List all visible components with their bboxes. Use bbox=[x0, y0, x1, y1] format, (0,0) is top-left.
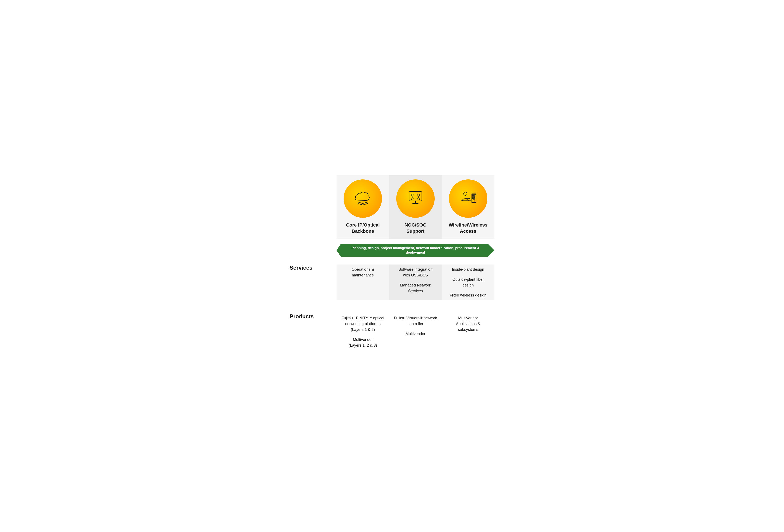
noc-title: NOC/SOCSupport bbox=[404, 222, 426, 234]
core-product-2: Multivendor(Layers 1, 2 & 3) bbox=[341, 337, 385, 348]
products-label: Products bbox=[290, 313, 337, 351]
person-building-icon bbox=[458, 189, 478, 208]
svg-point-7 bbox=[418, 198, 420, 200]
services-label: Services bbox=[290, 264, 337, 300]
svg-point-6 bbox=[411, 198, 413, 200]
noc-service-2: Managed NetworkServices bbox=[393, 282, 438, 294]
core-icon-circle bbox=[343, 179, 382, 218]
column-core-header: Core IP/OpticalBackbone bbox=[337, 175, 389, 239]
svg-point-5 bbox=[418, 194, 420, 196]
core-products-cell: Fujitsu 1FINITY™ opticalnetworking platf… bbox=[337, 313, 389, 351]
column-noc-header: NOC/SOCSupport bbox=[389, 175, 442, 239]
wireline-service-1: Inside-plant design bbox=[446, 267, 490, 272]
wireline-icon-circle bbox=[449, 179, 487, 218]
arrow-shape: Planning, design, project management, ne… bbox=[337, 244, 494, 257]
wireline-products-cell: MultivendorApplications &subsystems bbox=[442, 313, 494, 351]
wireline-title: Wireline/WirelessAccess bbox=[449, 222, 487, 234]
diagram-container: Core IP/OpticalBackbone bbox=[290, 175, 494, 357]
services-row: Services Operations &maintenance Softwar… bbox=[290, 258, 494, 307]
products-row: Products Fujitsu 1FINITY™ opticalnetwork… bbox=[290, 307, 494, 357]
arrow-row: Planning, design, project management, ne… bbox=[290, 243, 494, 258]
wireline-service-3: Fixed wireless design bbox=[446, 292, 490, 298]
svg-rect-17 bbox=[472, 195, 474, 196]
core-title: Core IP/OpticalBackbone bbox=[346, 222, 380, 234]
column-wireline-header: Wireline/WirelessAccess bbox=[442, 175, 494, 239]
arrow-text: Planning, design, project management, ne… bbox=[337, 246, 494, 255]
core-service-1: Operations &maintenance bbox=[341, 267, 385, 278]
svg-rect-21 bbox=[473, 200, 475, 202]
core-product-1: Fujitsu 1FINITY™ opticalnetworking platf… bbox=[341, 315, 385, 333]
svg-rect-20 bbox=[474, 198, 475, 199]
monitor-network-icon bbox=[406, 189, 425, 208]
wireline-services-cell: Inside-plant design Outside-plant fiberd… bbox=[442, 264, 494, 300]
core-services-cell: Operations &maintenance bbox=[337, 264, 389, 300]
svg-point-4 bbox=[411, 194, 413, 196]
noc-service-1: Software integrationwith OSS/BSS bbox=[393, 267, 438, 278]
svg-rect-1 bbox=[409, 192, 422, 201]
noc-products-cell: Fujitsu Virtuora® networkcontroller Mult… bbox=[389, 313, 442, 351]
svg-rect-19 bbox=[472, 198, 474, 199]
icons-row: Core IP/OpticalBackbone bbox=[290, 175, 494, 239]
noc-icon-circle bbox=[396, 179, 435, 218]
wireline-product-1: MultivendorApplications &subsystems bbox=[446, 315, 490, 333]
noc-product-2: Multivendor bbox=[393, 331, 438, 337]
wireline-service-2: Outside-plant fiberdesign bbox=[446, 277, 490, 288]
svg-rect-18 bbox=[474, 195, 475, 196]
cloud-layers-icon bbox=[353, 189, 372, 208]
noc-product-1: Fujitsu Virtuora® networkcontroller bbox=[393, 315, 438, 327]
planning-arrow: Planning, design, project management, ne… bbox=[337, 243, 494, 258]
svg-point-12 bbox=[464, 192, 467, 195]
noc-services-cell: Software integrationwith OSS/BSS Managed… bbox=[389, 264, 442, 300]
